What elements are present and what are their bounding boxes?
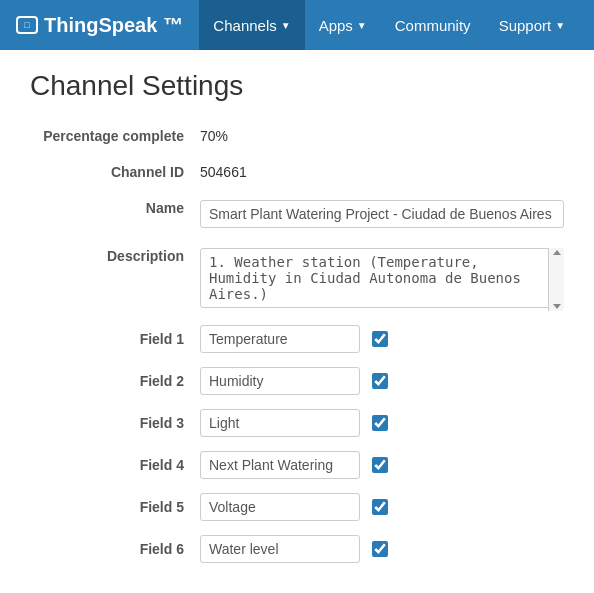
nav-apps-label: Apps [319, 17, 353, 34]
brand-logo[interactable]: □ ThingSpeak™ [0, 0, 199, 50]
field-5-label: Field 5 [30, 499, 200, 515]
name-label: Name [30, 194, 200, 216]
percentage-label: Percentage complete [30, 122, 200, 144]
field-1-checkbox[interactable] [372, 331, 388, 347]
field-row-1: Field 1 [30, 325, 564, 353]
settings-table: Percentage complete 70% Channel ID 50466… [30, 122, 564, 563]
name-row: Name [30, 194, 564, 228]
brand-name: ThingSpeak [44, 14, 157, 37]
nav-community[interactable]: Community [381, 0, 485, 50]
description-field-wrapper: 1. Weather station (Temperature, Humidit… [200, 242, 564, 311]
nav-support-label: Support [499, 17, 552, 34]
field-3-label: Field 3 [30, 415, 200, 431]
percentage-row: Percentage complete 70% [30, 122, 564, 144]
field-5-checkbox[interactable] [372, 499, 388, 515]
nav-channels-label: Channels [213, 17, 276, 34]
field-row-6: Field 6 [30, 535, 564, 563]
navbar: □ ThingSpeak™ Channels ▼ Apps ▼ Communit… [0, 0, 594, 50]
field-1-input[interactable] [200, 325, 360, 353]
description-row: Description 1. Weather station (Temperat… [30, 242, 564, 311]
field-3-checkbox[interactable] [372, 415, 388, 431]
field-2-input[interactable] [200, 367, 360, 395]
nav-support[interactable]: Support ▼ [485, 0, 579, 50]
field-row-4: Field 4 [30, 451, 564, 479]
description-label: Description [30, 242, 200, 264]
scroll-down-icon [553, 304, 561, 309]
field-row-3: Field 3 [30, 409, 564, 437]
field-row-2: Field 2 [30, 367, 564, 395]
page-title: Channel Settings [30, 70, 564, 102]
nav-apps[interactable]: Apps ▼ [305, 0, 381, 50]
channel-id-value: 504661 [200, 158, 564, 180]
field-4-input[interactable] [200, 451, 360, 479]
nav-channels-caret: ▼ [281, 20, 291, 31]
scroll-up-icon [553, 250, 561, 255]
nav-channels[interactable]: Channels ▼ [199, 0, 304, 50]
channel-id-label: Channel ID [30, 158, 200, 180]
nav-apps-caret: ▼ [357, 20, 367, 31]
channel-id-row: Channel ID 504661 [30, 158, 564, 180]
field-1-label: Field 1 [30, 331, 200, 347]
field-2-label: Field 2 [30, 373, 200, 389]
nav-community-label: Community [395, 17, 471, 34]
field-6-checkbox[interactable] [372, 541, 388, 557]
field-5-input[interactable] [200, 493, 360, 521]
field-4-label: Field 4 [30, 457, 200, 473]
field-row-5: Field 5 [30, 493, 564, 521]
scrollbar [548, 248, 564, 311]
brand-icon: □ [16, 16, 38, 34]
field-3-input[interactable] [200, 409, 360, 437]
field-4-checkbox[interactable] [372, 457, 388, 473]
name-input[interactable] [200, 200, 564, 228]
description-input[interactable]: 1. Weather station (Temperature, Humidit… [200, 248, 564, 308]
fields-container: Field 1Field 2Field 3Field 4Field 5Field… [30, 325, 564, 563]
percentage-value: 70% [200, 122, 564, 144]
field-2-checkbox[interactable] [372, 373, 388, 389]
name-field-wrapper [200, 194, 564, 228]
main-content: Channel Settings Percentage complete 70%… [0, 50, 594, 593]
field-6-label: Field 6 [30, 541, 200, 557]
description-wrapper: 1. Weather station (Temperature, Humidit… [200, 248, 564, 311]
nav-support-caret: ▼ [555, 20, 565, 31]
field-6-input[interactable] [200, 535, 360, 563]
